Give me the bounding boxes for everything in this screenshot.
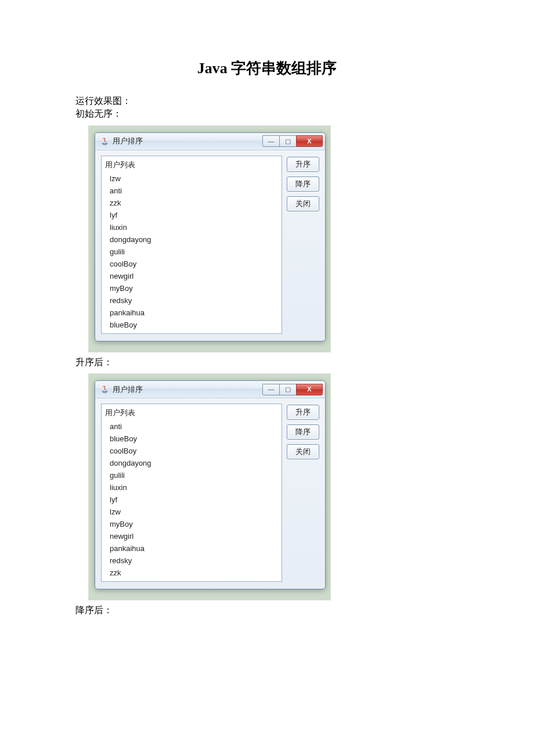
- window-body: 用户列表 anti blueBoy coolBoy dongdayong gul…: [95, 398, 325, 589]
- page-title: Java 字符串数组排序: [75, 58, 459, 78]
- window-body: 用户列表 lzw anti zzk lyf liuxin dongdayong …: [95, 150, 325, 341]
- window-titlebar[interactable]: 用户排序 — ▢ X: [95, 133, 325, 150]
- list-item[interactable]: blueBoy: [102, 319, 282, 331]
- list-item[interactable]: redsky: [102, 294, 282, 307]
- list-item[interactable]: gulili: [102, 469, 282, 481]
- caption-run-result: 运行效果图：: [75, 95, 459, 107]
- caption-after-desc: 降序后：: [75, 604, 459, 617]
- close-icon: X: [307, 386, 311, 393]
- list-item[interactable]: blueBoy: [102, 433, 282, 445]
- list-item[interactable]: lyf: [102, 209, 282, 221]
- close-button[interactable]: 关闭: [287, 444, 319, 459]
- minimize-icon: —: [268, 138, 275, 145]
- sort-desc-button[interactable]: 降序: [287, 424, 319, 440]
- list-item[interactable]: lzw: [102, 506, 282, 518]
- window-title: 用户排序: [113, 136, 263, 146]
- maximize-button[interactable]: ▢: [279, 384, 297, 395]
- window-controls: — ▢ X: [263, 135, 323, 147]
- list-header: 用户列表: [102, 406, 282, 420]
- list-item[interactable]: redsky: [102, 555, 282, 567]
- screenshot-unsorted: 用户排序 — ▢ X 用户列表 lzw anti zzk lyf liuxin …: [88, 125, 331, 352]
- minimize-icon: —: [268, 386, 275, 393]
- list-item[interactable]: dongdayong: [102, 457, 282, 469]
- list-item[interactable]: anti: [102, 420, 282, 433]
- window-title: 用户排序: [113, 384, 263, 395]
- list-header: 用户列表: [102, 159, 282, 172]
- user-list-panel[interactable]: 用户列表 lzw anti zzk lyf liuxin dongdayong …: [101, 156, 282, 334]
- list-item[interactable]: myBoy: [102, 518, 282, 530]
- list-item[interactable]: pankaihua: [102, 542, 282, 555]
- caption-after-asc: 升序后：: [75, 356, 459, 369]
- close-window-button[interactable]: X: [296, 135, 323, 147]
- maximize-icon: ▢: [285, 386, 291, 393]
- maximize-icon: ▢: [285, 138, 291, 145]
- close-window-button[interactable]: X: [296, 384, 323, 395]
- side-button-panel: 升序 降序 关闭: [287, 156, 319, 334]
- close-icon: X: [307, 138, 311, 145]
- side-button-panel: 升序 降序 关闭: [287, 404, 319, 582]
- minimize-button[interactable]: —: [262, 135, 280, 147]
- list-item[interactable]: dongdayong: [102, 233, 282, 246]
- list-item[interactable]: pankaihua: [102, 307, 282, 319]
- list-item[interactable]: liuxin: [102, 481, 282, 494]
- sort-asc-button[interactable]: 升序: [287, 157, 319, 172]
- window-controls: — ▢ X: [263, 384, 323, 395]
- screenshot-ascending: 用户排序 — ▢ X 用户列表 anti blueBoy coolBoy don…: [88, 373, 331, 600]
- list-item[interactable]: anti: [102, 185, 282, 197]
- list-item[interactable]: newgirl: [102, 270, 282, 282]
- minimize-button[interactable]: —: [262, 384, 280, 395]
- list-item[interactable]: lzw: [102, 172, 282, 185]
- list-item[interactable]: myBoy: [102, 282, 282, 294]
- list-item[interactable]: gulili: [102, 246, 282, 258]
- java-window: 用户排序 — ▢ X 用户列表 anti blueBoy coolBoy don…: [95, 380, 326, 589]
- java-icon: [100, 136, 109, 146]
- list-item[interactable]: newgirl: [102, 530, 282, 542]
- list-item[interactable]: lyf: [102, 494, 282, 506]
- java-icon: [100, 385, 109, 394]
- sort-asc-button[interactable]: 升序: [287, 405, 319, 420]
- list-item[interactable]: zzk: [102, 567, 282, 579]
- list-item[interactable]: coolBoy: [102, 258, 282, 270]
- list-item[interactable]: coolBoy: [102, 445, 282, 457]
- close-button[interactable]: 关闭: [287, 196, 319, 211]
- list-item[interactable]: liuxin: [102, 221, 282, 233]
- window-titlebar[interactable]: 用户排序 — ▢ X: [95, 381, 325, 398]
- caption-initial-unsorted: 初始无序：: [75, 107, 459, 120]
- user-list-panel[interactable]: 用户列表 anti blueBoy coolBoy dongdayong gul…: [101, 404, 282, 582]
- java-window: 用户排序 — ▢ X 用户列表 lzw anti zzk lyf liuxin …: [95, 132, 326, 341]
- list-item[interactable]: zzk: [102, 197, 282, 209]
- maximize-button[interactable]: ▢: [279, 135, 297, 147]
- sort-desc-button[interactable]: 降序: [287, 177, 319, 192]
